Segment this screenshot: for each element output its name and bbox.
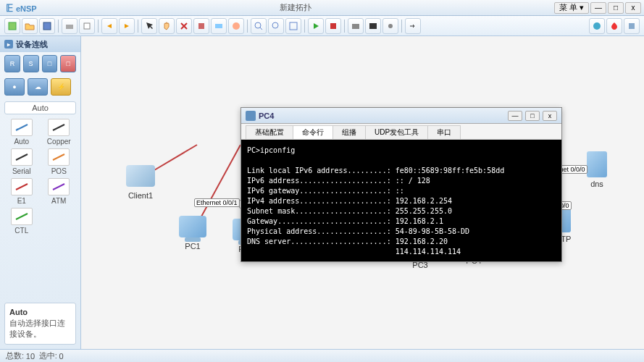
pc4-maximize[interactable]: □ [525,111,540,121]
tool-cli[interactable] [365,18,381,34]
tool-settings[interactable] [382,18,398,34]
tool-open[interactable] [22,18,38,34]
svg-rect-11 [352,24,359,29]
minimize-button[interactable]: — [590,2,606,14]
svg-line-22 [16,214,28,219]
maximize-button[interactable]: □ [608,2,624,14]
svg-line-18 [16,154,28,160]
device-switch[interactable]: S [23,55,39,72]
tab-basic[interactable]: 基础配置 [246,125,293,139]
svg-point-14 [593,22,601,30]
sidebar: ▸ 设备连线 R S □ □ ● ☁ ⚡ Auto Auto Copper Se… [0,36,81,349]
conn-serial[interactable] [11,148,33,166]
terminal-output[interactable]: PC>ipconfig Link local IPv6 address.....… [241,140,561,261]
conn-pos[interactable] [48,148,70,166]
tool-print[interactable] [62,18,78,34]
tool-start[interactable] [308,18,324,34]
main-toolbar [0,16,644,36]
svg-point-13 [388,24,393,28]
svg-line-19 [53,154,64,160]
tool-undo[interactable] [101,18,117,34]
tool-delete[interactable] [176,18,192,34]
device-connection[interactable]: ⚡ [51,78,71,96]
tool-help[interactable] [589,18,605,34]
device-pc[interactable]: ● [4,78,25,96]
pc4-minimize[interactable]: — [508,111,522,121]
tool-copy[interactable] [79,18,95,34]
close-button[interactable]: x [625,2,641,14]
device-wlan[interactable]: □ [42,55,58,72]
svg-rect-9 [290,22,297,30]
tool-zoom-in[interactable] [251,18,267,34]
tool-capture[interactable] [348,18,364,34]
auto-header: Auto [4,101,76,114]
device-cloud[interactable]: ☁ [28,78,48,96]
tab-multicast[interactable]: 组播 [333,125,366,139]
tool-save[interactable] [39,18,55,34]
svg-rect-15 [629,23,635,29]
svg-rect-3 [84,23,90,29]
tool-export[interactable] [405,18,421,34]
svg-point-6 [233,22,240,30]
tool-clear[interactable] [193,18,209,34]
node-client1[interactable]: Client1 [125,162,156,200]
port-pc1: Ethernet 0/0/1 [194,198,240,207]
svg-line-23 [151,145,197,172]
tab-udp[interactable]: UDP发包工具 [365,125,428,139]
tab-cli[interactable]: 命令行 [293,125,333,139]
svg-line-17 [53,125,64,130]
device-firewall[interactable]: □ [60,55,76,72]
conn-atm[interactable] [48,178,70,195]
app-logo: 𝔼 eNSP [6,2,37,14]
svg-rect-4 [198,23,204,29]
svg-line-20 [16,184,28,190]
device-router[interactable]: R [4,55,20,72]
conn-auto[interactable] [11,119,33,136]
sidebar-header: ▸ 设备连线 [0,36,80,52]
svg-rect-0 [9,22,16,30]
tool-huawei[interactable] [606,18,622,34]
svg-rect-1 [43,22,51,30]
conn-ctl[interactable] [11,208,33,225]
tool-stop[interactable] [325,18,341,34]
tool-new[interactable] [4,18,20,34]
svg-rect-10 [330,23,336,29]
tool-pointer[interactable] [141,18,157,34]
pc4-tabs: 基础配置 命令行 组播 UDP发包工具 串口 [241,124,561,140]
svg-rect-2 [66,25,73,29]
titlebar: 𝔼 eNSP 新建拓扑 菜 单 ▾ — □ x [0,0,644,16]
tool-palette[interactable] [228,18,244,34]
svg-rect-5 [215,24,222,28]
menu-button[interactable]: 菜 单 ▾ [554,2,589,14]
tool-zoom-fit[interactable] [285,18,301,34]
conn-e1[interactable] [11,178,33,195]
conn-copper[interactable] [48,119,70,136]
tool-hand[interactable] [159,18,175,34]
tool-zoom-out[interactable] [268,18,284,34]
svg-point-8 [272,22,278,28]
tool-redo[interactable] [119,18,135,34]
info-box: Auto 自动选择接口连接设备。 [4,303,76,345]
tab-serial[interactable]: 串口 [427,125,461,139]
tool-about[interactable] [624,18,640,34]
tool-text[interactable] [211,18,227,34]
pc4-close[interactable]: x [543,111,557,121]
window-title: 新建拓扑 [37,2,554,13]
statusbar: 总数: 10 选中: 0 [0,349,644,362]
svg-rect-12 [369,23,377,29]
svg-line-21 [53,184,64,190]
node-pc1[interactable]: PC1 [177,213,209,251]
topology-canvas[interactable]: Client1 PC1 Ethernet 0/0/1 PC2 Ethernet … [81,36,644,349]
pc4-icon [246,111,256,121]
svg-point-7 [255,22,261,28]
connection-grid: Auto Copper Serial POS E1 ATM CTL [0,116,80,237]
pc4-window: PC4 — □ x 基础配置 命令行 组播 UDP发包工具 串口 PC>ipco… [241,107,562,262]
chevron-icon: ▸ [4,40,13,49]
pc4-titlebar[interactable]: PC4 — □ x [241,108,561,124]
